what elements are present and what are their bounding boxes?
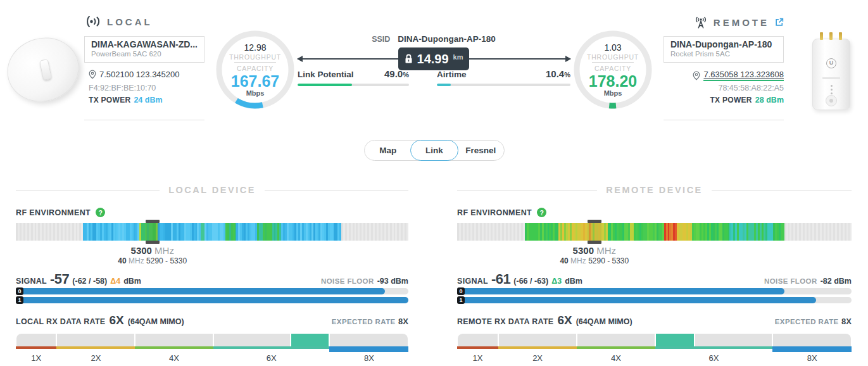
location-pin-icon	[89, 70, 96, 79]
remote-section-header: REMOTE	[664, 15, 784, 29]
tx-power-label: TX POWER	[710, 96, 752, 104]
signal-delta: Δ3	[551, 277, 562, 286]
divider	[664, 120, 784, 120]
help-icon[interactable]: ?	[96, 208, 105, 217]
chain-1-signal-bar: 1	[457, 297, 852, 303]
expected-rate-value: 8X	[398, 317, 408, 326]
local-device-section-title: LOCAL DEVICE	[16, 185, 408, 195]
signal-unit: dBm	[123, 277, 141, 286]
airtime-metric: Airtime 10.4%	[437, 68, 570, 86]
ubiquiti-logo: U	[826, 58, 836, 68]
spectrum-stripes	[457, 223, 852, 241]
expected-rate-value: 8X	[841, 317, 852, 326]
link-potential-label: Link Potential	[298, 70, 354, 79]
expected-rate-label: EXPECTED RATE	[332, 318, 396, 325]
noise-floor-value: -93 dBm	[377, 277, 408, 286]
gauge-secondary-value: 1.03	[604, 42, 621, 53]
tab-link[interactable]: Link	[410, 140, 458, 161]
gauge-divider	[592, 62, 634, 63]
signal-label: SIGNAL	[457, 277, 488, 286]
rx-data-rate-row: LOCAL RX DATA RATE 6X (64QAM MIMO) EXPEC…	[16, 313, 408, 327]
antenna-connector-icon	[820, 32, 823, 40]
ssid-label: SSID	[372, 35, 390, 44]
local-device-name-box: DIMA-KAGAWASAN-ZD... PowerBeam 5AC 620	[84, 36, 204, 63]
local-device-panel: LOCAL DEVICE RF ENVIRONMENT ? 5300 MHz 4…	[16, 185, 408, 366]
channel-marker-icon	[588, 220, 601, 223]
local-section-header: LOCAL	[84, 15, 153, 28]
rx-data-rate-label: REMOTE RX DATA RATE	[457, 317, 553, 326]
antenna-connector-icon	[839, 32, 842, 40]
gauge-label-line2: CAPACITY	[237, 65, 274, 72]
gauge-unit: Mbps	[246, 89, 265, 97]
rf-environment-label: RF ENVIRONMENT	[457, 208, 532, 217]
local-mac-row: F4:92:BF:BE:10:70	[89, 84, 209, 92]
external-link-icon[interactable]	[775, 18, 784, 27]
signal-range: (-62 / -58)	[72, 277, 107, 286]
remote-device-photo: U	[807, 30, 855, 111]
chain-1-chip: 1	[16, 296, 23, 304]
signal-value: -61	[491, 271, 510, 287]
rx-modulation: (64QAM MIMO)	[576, 317, 632, 326]
remote-tx-power-row: TX POWER 28 dBm	[664, 96, 784, 104]
remote-tower-icon	[694, 15, 708, 29]
local-tx-power-row: TX POWER 24 dBm	[89, 96, 209, 104]
signal-row: SIGNAL -57 (-62 / -58) Δ4 dBm NOISE FLOO…	[16, 271, 408, 287]
led-indicator	[831, 89, 833, 91]
remote-mac-row: 78:45:58:A8:22:A5	[664, 84, 784, 92]
remote-device-section-title: REMOTE DEVICE	[457, 185, 852, 195]
chain-0-signal-bar: 0	[457, 288, 852, 294]
antenna-connector-icon	[829, 32, 833, 40]
signal-row: SIGNAL -61 (-66 / -63) Δ3 dBm NOISE FLOO…	[457, 271, 852, 287]
chain-1-chip: 1	[457, 296, 465, 304]
chain-0-signal-bar: 0	[16, 288, 408, 294]
help-icon[interactable]: ?	[537, 208, 546, 217]
rf-spectrum	[457, 223, 852, 241]
frequency-labels: 5300 MHz 40 MHz 5290 - 5330	[538, 245, 651, 265]
local-throughput-value: 167.67	[231, 73, 279, 89]
signal-value: -57	[50, 271, 69, 287]
gauge-label-line2: CAPACITY	[594, 65, 631, 72]
rx-data-rate-value: 6X	[557, 313, 572, 327]
location-pin-icon	[693, 71, 700, 80]
rf-environment-row: RF ENVIRONMENT ?	[457, 208, 546, 217]
spectrum-stripes	[16, 223, 408, 241]
local-device-model: PowerBeam 5AC 620	[91, 50, 198, 58]
view-tabs: Map Link Fresnel	[364, 140, 505, 161]
frequency-labels: 5300 MHz 40 MHz 5290 - 5330	[96, 245, 210, 265]
remote-coordinates-link[interactable]: 7.635058 123.323608	[703, 70, 784, 81]
rate-scale-bar	[16, 334, 408, 346]
signal-delta: Δ4	[110, 277, 120, 286]
remote-device-panel: REMOTE DEVICE RF ENVIRONMENT ? 5300 MHz …	[457, 185, 852, 366]
noise-floor-label: NOISE FLOOR	[764, 277, 817, 285]
gauge-divider	[234, 62, 276, 63]
tx-power-label: TX POWER	[89, 96, 130, 104]
remote-device-name-box: DINA-Dupongan-AP-180 Rocket Prism 5AC	[664, 36, 784, 63]
airtime-bar	[437, 84, 570, 86]
rx-modulation: (64QAM MIMO)	[128, 317, 184, 326]
gauge-label-line1: THROUGHPUT	[587, 53, 639, 61]
local-device-name: DIMA-KAGAWASAN-ZD...	[91, 39, 198, 49]
channel-marker-icon	[146, 241, 160, 244]
rate-scale-ticks: 1X2X4X6X8X	[457, 353, 852, 363]
expected-rate-label: EXPECTED RATE	[775, 318, 839, 325]
local-coordinates: 7.502100 123.345200	[99, 70, 180, 79]
remote-label: REMOTE	[714, 17, 769, 28]
tab-map[interactable]: Map	[365, 141, 411, 160]
airlink-dashboard: LOCAL DIMA-KAGAWASAN-ZD... PowerBeam 5AC…	[0, 0, 868, 366]
remote-coordinates-row: 7.635058 123.323608	[664, 70, 784, 81]
noise-floor-label: NOISE FLOOR	[321, 277, 374, 285]
local-throughput-gauge: 12.98 THROUGHPUT CAPACITY 167.67 Mbps	[215, 30, 295, 110]
channel-marker-icon	[588, 241, 601, 244]
signal-range: (-66 / -63)	[513, 277, 548, 286]
link-potential-bar	[298, 84, 409, 86]
gauge-label-line1: THROUGHPUT	[229, 53, 281, 61]
local-tx-power-value: 24 dBm	[134, 96, 162, 104]
tab-fresnel[interactable]: Fresnel	[458, 141, 504, 160]
local-label: LOCAL	[107, 16, 153, 27]
remote-mac: 78:45:58:A8:22:A5	[718, 84, 784, 92]
distance-unit: km	[453, 53, 463, 61]
rx-data-rate-row: REMOTE RX DATA RATE 6X (64QAM MIMO) EXPE…	[457, 313, 852, 327]
local-antenna-icon	[84, 15, 101, 28]
signal-unit: dBm	[565, 277, 582, 286]
rf-environment-label: RF ENVIRONMENT	[16, 208, 91, 217]
